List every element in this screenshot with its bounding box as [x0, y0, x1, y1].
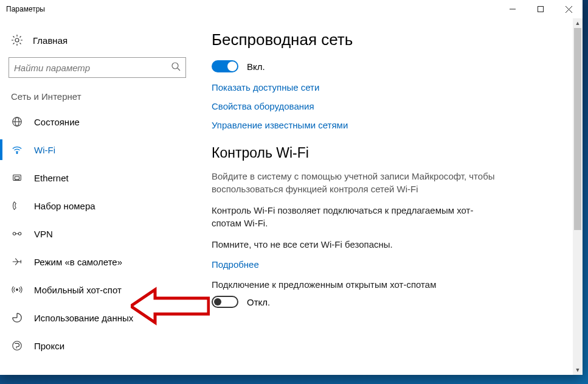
paragraph-warning: Помните, что не все сети Wi-Fi безопасны… — [212, 238, 497, 251]
search-input[interactable] — [14, 63, 171, 73]
close-button[interactable] — [555, 0, 583, 18]
sidebar-item-airplane[interactable]: Режим «в самолете» — [0, 248, 195, 276]
sidebar-item-proxy[interactable]: Прокси — [0, 332, 195, 360]
paragraph-open-hotspots: Подключение к предложенным открытым хот-… — [212, 278, 497, 291]
vpn-icon — [11, 228, 23, 240]
search-icon — [171, 61, 181, 74]
sidebar-item-status[interactable]: Состояние — [0, 108, 195, 136]
link-show-networks[interactable]: Показать доступные сети — [212, 82, 566, 93]
ethernet-icon — [11, 172, 23, 184]
sidebar-item-label: Использование данных — [34, 313, 133, 323]
settings-window: Параметры — [0, 0, 583, 375]
gear-icon — [11, 34, 23, 46]
scroll-track[interactable] — [573, 28, 583, 365]
hotspot-icon — [11, 284, 23, 296]
sidebar-item-label: Прокси — [34, 341, 64, 351]
scrollbar[interactable]: ▲ ▼ — [573, 18, 583, 375]
open-hotspots-toggle[interactable] — [212, 296, 238, 308]
link-manage-known[interactable]: Управление известными сетями — [212, 120, 566, 130]
airplane-icon — [11, 256, 23, 268]
sidebar: Главная Сеть и Интернет — [0, 18, 195, 375]
section-heading-wifisense: Контроль Wi-Fi — [212, 145, 566, 161]
sidebar-item-label: Набор номера — [34, 201, 95, 211]
main-content: Беспроводная сеть Вкл. Показать доступны… — [195, 18, 583, 375]
search-box[interactable] — [9, 57, 186, 78]
sidebar-item-label: Ethernet — [34, 173, 69, 183]
sidebar-item-datausage[interactable]: Использование данных — [0, 304, 195, 332]
wifi-icon — [11, 144, 23, 156]
wifi-toggle-label: Вкл. — [247, 61, 265, 72]
sidebar-item-ethernet[interactable]: Ethernet — [0, 164, 195, 192]
svg-point-5 — [172, 63, 178, 69]
sidebar-item-label: Wi-Fi — [34, 145, 55, 155]
datausage-icon — [11, 312, 23, 324]
dialup-icon — [11, 200, 23, 212]
svg-rect-1 — [538, 7, 544, 12]
svg-point-4 — [15, 38, 19, 42]
sidebar-item-label: Мобильный хот-спот — [34, 285, 122, 295]
sidebar-item-wifi[interactable]: Wi-Fi — [0, 136, 195, 164]
link-hardware-props[interactable]: Свойства оборудования — [212, 101, 566, 111]
paragraph-wifisense-desc: Контроль Wi-Fi позволяет подключаться к … — [212, 204, 497, 229]
svg-point-19 — [16, 289, 18, 291]
scroll-down-button[interactable]: ▼ — [573, 365, 583, 375]
svg-point-22 — [13, 341, 21, 350]
sidebar-item-vpn[interactable]: VPN — [0, 220, 195, 248]
page-heading: Беспроводная сеть — [212, 30, 566, 49]
sidebar-home[interactable]: Главная — [0, 28, 195, 52]
sidebar-item-label: Состояние — [34, 117, 80, 127]
svg-rect-12 — [15, 176, 19, 180]
maximize-button[interactable] — [527, 0, 555, 18]
titlebar: Параметры — [0, 0, 583, 18]
sidebar-item-label: VPN — [34, 229, 53, 239]
globe-icon — [11, 116, 23, 128]
wifi-toggle[interactable] — [212, 60, 238, 72]
paragraph-signin: Войдите в систему с помощью учетной запи… — [212, 170, 497, 195]
window-title: Параметры — [6, 5, 45, 13]
sidebar-home-label: Главная — [33, 35, 67, 46]
sidebar-nav: Состояние Wi-Fi Ethernet — [0, 108, 195, 375]
svg-point-10 — [16, 153, 18, 154]
sidebar-item-dialup[interactable]: Набор номера — [0, 192, 195, 220]
sidebar-section-label: Сеть и Интернет — [0, 86, 195, 108]
scroll-up-button[interactable]: ▲ — [573, 18, 583, 28]
open-hotspots-toggle-label: Откл. — [247, 297, 270, 307]
svg-point-17 — [18, 232, 21, 236]
link-learn-more[interactable]: Подробнее — [212, 259, 566, 270]
svg-point-16 — [13, 232, 16, 236]
proxy-icon — [11, 340, 23, 352]
scroll-thumb[interactable] — [574, 28, 581, 230]
svg-line-6 — [178, 68, 180, 71]
minimize-button[interactable] — [499, 0, 527, 18]
sidebar-item-hotspot[interactable]: Мобильный хот-спот — [0, 276, 195, 304]
sidebar-item-label: Режим «в самолете» — [34, 257, 122, 267]
